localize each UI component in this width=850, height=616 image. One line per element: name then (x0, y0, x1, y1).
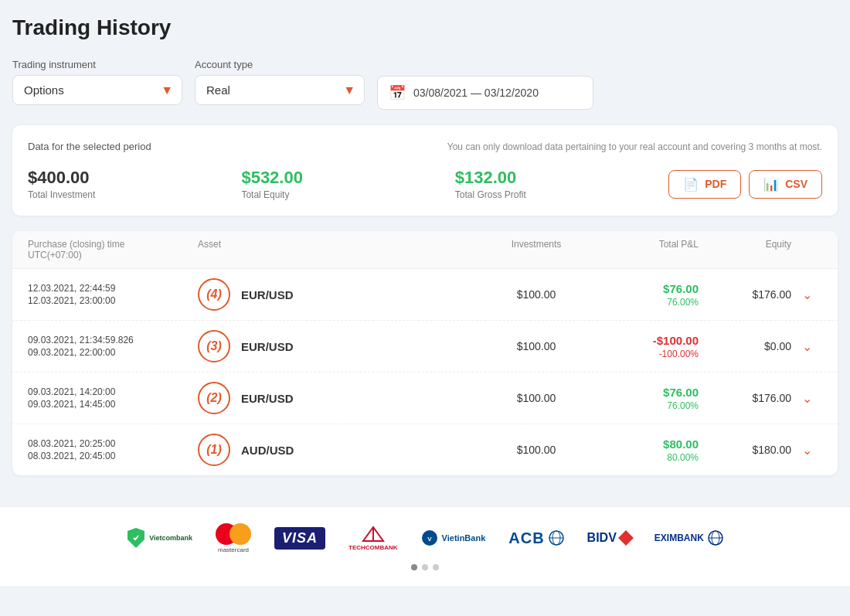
pdf-download-button[interactable]: 📄 PDF (668, 170, 741, 199)
trade-badge: (4) (198, 278, 230, 311)
trade-badge: (3) (198, 330, 230, 362)
footer-section: Vietcombank mastercard VISA (0, 506, 850, 586)
csv-label: CSV (785, 178, 808, 190)
visa-logo: VISA (274, 522, 325, 553)
trade-pnl-col: $76.00 76.00% (590, 386, 699, 411)
date-range-picker[interactable]: 📅 03/08/2021 — 03/12/2020 (377, 76, 593, 110)
techcombank-text: TECHCOMBANK (348, 544, 398, 551)
summary-metrics-row: $400.00 Total Investment $532.00 Total E… (28, 168, 822, 200)
chevron-down-icon[interactable]: ⌄ (802, 288, 812, 302)
trade-pnl-pct: -100.00% (659, 349, 699, 359)
th-time: Purchase (closing) timeUTC(+07:00) (28, 239, 198, 260)
trade-pnl-amount: $76.00 (663, 282, 699, 295)
mastercard-text: mastercard (218, 546, 249, 553)
trade-expand-col[interactable]: ⌄ (791, 288, 822, 302)
trade-investment: $100.00 (482, 392, 590, 404)
acb-logo: ACB (508, 522, 563, 553)
account-filter-group: Account type Real ▼ (195, 59, 365, 105)
trade-time-col: 09.03.2021, 21:34:59.826 09.03.2021, 22:… (28, 335, 198, 358)
chevron-down-icon[interactable]: ⌄ (802, 443, 812, 458)
bidv-logo: BIDV (587, 522, 631, 553)
bidv-text: BIDV (587, 531, 617, 545)
trade-pnl-pct: 76.00% (667, 297, 699, 308)
vietinbank-icon: V (421, 529, 438, 546)
trade-pnl-col: $80.00 80.00% (590, 437, 699, 463)
trade-time2: 08.03.2021, 20:45:00 (28, 451, 198, 461)
filters-row: Trading instrument Options ▼ Account typ… (12, 59, 838, 110)
bidv-diamond-icon (618, 530, 634, 546)
download-note: You can only download data pertaining to… (447, 141, 822, 152)
trade-asset-col: (3) EUR/USD (198, 330, 482, 362)
account-select[interactable]: Real (195, 75, 365, 105)
instrument-filter-group: Trading instrument Options ▼ (12, 59, 182, 105)
th-investments: Investments (482, 239, 590, 260)
trade-asset-col: (4) EUR/USD (198, 278, 482, 311)
csv-icon: 📊 (763, 177, 779, 192)
chevron-down-icon[interactable]: ⌄ (802, 391, 812, 406)
total-investment-item: $400.00 Total Investment (28, 168, 241, 200)
calendar-icon: 📅 (389, 84, 406, 101)
eximbank-logo: EXIMBANK (654, 522, 723, 553)
page-title: Trading History (12, 15, 838, 40)
trade-time1: 09.03.2021, 21:34:59.826 (28, 335, 198, 345)
trade-equity: $0.00 (699, 340, 791, 352)
trade-time-col: 09.03.2021, 14:20:00 09.03.2021, 14:45:0… (28, 386, 198, 410)
chevron-down-icon[interactable]: ⌄ (802, 339, 812, 354)
trade-badge: (2) (198, 382, 230, 414)
trade-pnl-amount: $80.00 (663, 437, 699, 451)
trade-badge: (1) (198, 434, 230, 466)
vietcombank-logo: Vietcombank (127, 522, 192, 553)
table-row: 08.03.2021, 20:25:00 08.03.2021, 20:45:0… (12, 424, 838, 475)
trade-time-col: 12.03.2021, 22:44:59 12.03.2021, 23:00:0… (28, 283, 198, 306)
trade-asset-col: (1) AUD/USD (198, 434, 482, 466)
account-label: Account type (195, 59, 365, 70)
pdf-label: PDF (705, 178, 726, 190)
trades-table: Purchase (closing) timeUTC(+07:00) Asset… (12, 231, 838, 475)
trade-expand-col[interactable]: ⌄ (791, 391, 822, 406)
instrument-select-wrapper: Options ▼ (12, 75, 182, 105)
trade-expand-col[interactable]: ⌄ (791, 339, 822, 354)
eximbank-text: EXIMBANK (654, 533, 704, 543)
trade-time-col: 08.03.2021, 20:25:00 08.03.2021, 20:45:0… (28, 438, 198, 461)
trade-pnl-pct: 80.00% (667, 452, 699, 463)
trade-equity: $176.00 (699, 392, 791, 404)
trade-pnl-amount: -$100.00 (653, 334, 699, 347)
acb-globe-icon (549, 530, 564, 546)
th-pnl: Total P&L (590, 239, 699, 260)
vietcombank-shield-icon (127, 527, 145, 549)
carousel-dot-3[interactable] (433, 564, 439, 570)
trade-asset-name: EUR/USD (241, 288, 294, 301)
total-gross-profit-item: $132.00 Total Gross Profit (455, 168, 668, 200)
svg-text:V: V (427, 536, 432, 543)
date-range-text: 03/08/2021 — 03/12/2020 (413, 87, 539, 99)
total-equity-amount: $532.00 (241, 168, 454, 188)
trade-expand-col[interactable]: ⌄ (791, 443, 822, 458)
trade-time2: 09.03.2021, 14:45:00 (28, 399, 198, 410)
total-investment-amount: $400.00 (28, 168, 241, 188)
total-equity-label: Total Equity (241, 189, 454, 200)
total-equity-item: $532.00 Total Equity (241, 168, 454, 200)
trade-asset-name: EUR/USD (241, 340, 294, 353)
visa-text: VISA (274, 527, 325, 550)
mastercard-logo: mastercard (216, 522, 251, 553)
vietinbank-logo: V VietinBank (421, 522, 486, 553)
table-row: 09.03.2021, 14:20:00 09.03.2021, 14:45:0… (12, 373, 838, 424)
trade-investment: $100.00 (482, 288, 590, 301)
techcombank-logo: TECHCOMBANK (348, 522, 398, 553)
table-header-row: Purchase (closing) timeUTC(+07:00) Asset… (12, 231, 838, 269)
trade-pnl-col: -$100.00 -100.00% (590, 334, 699, 359)
period-label: Data for the selected period (28, 141, 151, 152)
th-asset: Asset (198, 239, 482, 260)
table-row: 12.03.2021, 22:44:59 12.03.2021, 23:00:0… (12, 269, 838, 321)
eximbank-globe-icon (708, 530, 723, 546)
total-gross-profit-amount: $132.00 (455, 168, 668, 188)
carousel-dot-2[interactable] (422, 564, 428, 570)
bank-logos-row: Vietcombank mastercard VISA (23, 522, 827, 553)
total-investment-label: Total Investment (28, 189, 241, 200)
trade-time2: 09.03.2021, 22:00:00 (28, 347, 198, 358)
csv-download-button[interactable]: 📊 CSV (749, 170, 822, 199)
techcombank-icon (362, 526, 385, 543)
carousel-dot-1[interactable] (411, 564, 417, 570)
trade-pnl-col: $76.00 76.00% (590, 282, 699, 308)
instrument-select[interactable]: Options (12, 75, 182, 105)
